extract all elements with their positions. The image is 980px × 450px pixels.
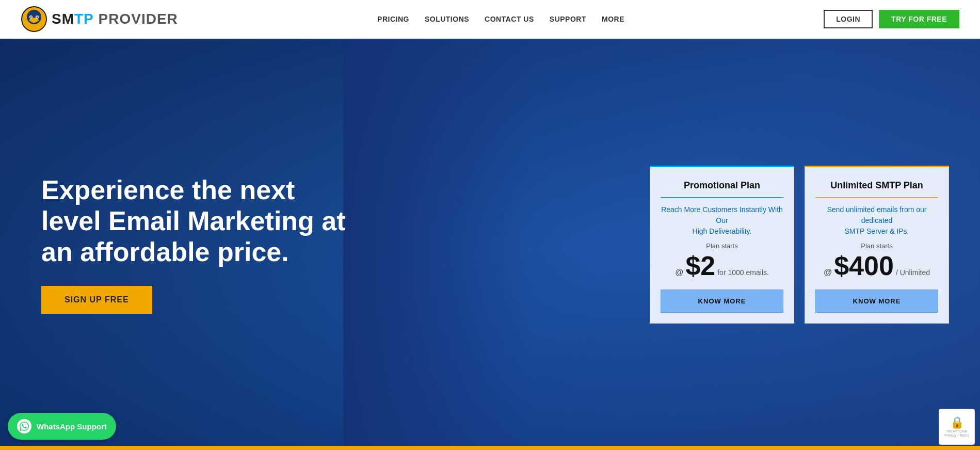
recaptcha-text: reCAPTCHAPrivacy - Terms	[944, 429, 969, 438]
recaptcha-icon: 🔒	[950, 416, 964, 429]
whatsapp-support-button[interactable]: WhatsApp Support	[8, 413, 116, 440]
hero-section: Experience the next level Email Marketin…	[0, 39, 980, 450]
promotional-plan-card: Promotional Plan Reach More Customers In…	[650, 166, 794, 324]
recaptcha-badge: 🔒 reCAPTCHAPrivacy - Terms	[939, 409, 975, 445]
hero-headline: Experience the next level Email Marketin…	[41, 175, 351, 267]
nav-solutions[interactable]: SOLUTIONS	[425, 15, 469, 23]
promo-card-desc: Reach More Customers Instantly With Our …	[661, 204, 783, 237]
nav-more[interactable]: MORE	[602, 15, 624, 23]
header: SMTP PROVIDER PRICING SOLUTIONS CONTACT …	[0, 0, 980, 39]
unlimited-price-suffix: / Unlimited	[896, 268, 930, 277]
promo-desc-line2: High Deliverability.	[693, 227, 752, 235]
bottom-bar	[0, 446, 980, 450]
unlimited-card-desc: Send unlimited emails from our dedicated…	[815, 204, 938, 237]
svg-point-4	[30, 17, 32, 18]
promo-know-more-button[interactable]: KNOW MORE	[661, 290, 783, 313]
whatsapp-label: WhatsApp Support	[37, 422, 107, 431]
login-button[interactable]: LOGIN	[824, 10, 873, 28]
unlimited-desc-line2: SMTP Server & IPs.	[845, 227, 909, 235]
logo-text: SMTP PROVIDER	[52, 11, 178, 27]
hero-content: Experience the next level Email Marketin…	[41, 175, 351, 313]
logo-icon	[21, 6, 47, 33]
unlimited-know-more-button[interactable]: KNOW MORE	[815, 290, 938, 313]
promo-plan-starts: Plan starts	[661, 242, 783, 250]
unlimited-price-row: @ $400 / Unlimited	[815, 252, 938, 279]
promo-desc-line1: Reach More Customers Instantly With Our	[661, 205, 783, 224]
try-free-button[interactable]: TRY FOR FREE	[879, 10, 959, 28]
whatsapp-icon	[17, 419, 31, 433]
unlimited-plan-card: Unlimited SMTP Plan Send unlimited email…	[805, 166, 949, 324]
unlimited-desc-line1: Send unlimited emails from our dedicated	[827, 205, 927, 224]
unlimited-card-title: Unlimited SMTP Plan	[815, 180, 938, 198]
pricing-cards: Promotional Plan Reach More Customers In…	[650, 166, 949, 324]
nav-pricing[interactable]: PRICING	[377, 15, 409, 23]
promo-price-at: @	[675, 268, 683, 277]
header-buttons: LOGIN TRY FOR FREE	[824, 10, 959, 28]
logo[interactable]: SMTP PROVIDER	[21, 6, 178, 33]
promo-price-suffix: for 1000 emails.	[717, 268, 769, 277]
promo-price-row: @ $2 for 1000 emails.	[661, 252, 783, 279]
nav-support[interactable]: SUPPORT	[550, 15, 586, 23]
svg-point-5	[37, 17, 38, 18]
nav-contact[interactable]: CONTACT US	[485, 15, 534, 23]
promo-price-amount: $2	[685, 252, 715, 279]
logo-provider: PROVIDER	[94, 11, 178, 27]
logo-tp: TP	[74, 11, 94, 27]
promo-card-title: Promotional Plan	[661, 180, 783, 198]
signup-button[interactable]: SIGN UP FREE	[41, 286, 152, 314]
unlimited-plan-starts: Plan starts	[815, 242, 938, 250]
unlimited-price-amount: $400	[834, 252, 894, 279]
main-nav: PRICING SOLUTIONS CONTACT US SUPPORT MOR…	[377, 15, 624, 23]
unlimited-price-at: @	[824, 268, 832, 277]
logo-sm: SM	[52, 11, 74, 27]
